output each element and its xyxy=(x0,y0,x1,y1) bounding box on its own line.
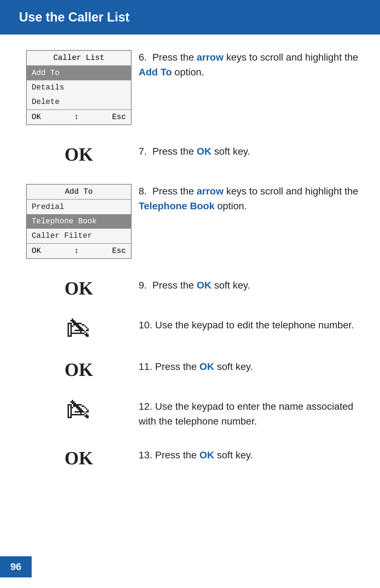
page-title: Use the Caller List xyxy=(19,10,129,24)
icon-col-11: OK xyxy=(19,358,139,380)
ok-icon-7: OK xyxy=(65,144,93,165)
icon-col-8: Add To Predial Telephone Book Caller Fil… xyxy=(19,182,139,259)
screen2-footer-arrow: ↕ xyxy=(74,247,79,255)
screen1-item-delete: Delete xyxy=(27,95,131,109)
instruction-row-6: Caller List Add To Details Delete OK ↕ E… xyxy=(19,49,361,125)
step-text-7: 7. Press the OK soft key. xyxy=(139,143,361,159)
page-header: Use the Caller List xyxy=(0,0,380,35)
screen1-item-addto: Add To xyxy=(27,66,131,80)
keyword-ok-7: OK xyxy=(197,146,211,157)
phone-screen-1: Caller List Add To Details Delete OK ↕ E… xyxy=(26,50,132,125)
step-number-13: 13. xyxy=(139,450,155,460)
step-number-12: 12. xyxy=(139,401,155,412)
keyword-ok-11: OK xyxy=(200,361,214,372)
instruction-row-12: 🖎 12. Use the keypad to enter the name a… xyxy=(19,398,361,429)
instruction-row-10: 🖎 10. Use the keypad to edit the telepho… xyxy=(19,316,361,340)
screen2-item-callerfilter: Caller Filter xyxy=(27,229,131,243)
step-number-6: 6. xyxy=(139,52,152,63)
screen2-item-telbook: Telephone Book xyxy=(27,214,131,229)
phone-screen-2: Add To Predial Telephone Book Caller Fil… xyxy=(26,184,132,259)
screen1-item-details: Details xyxy=(27,80,131,95)
icon-col-12: 🖎 xyxy=(19,398,139,422)
screen1-footer-ok: OK xyxy=(32,113,41,122)
screen2-footer-esc: Esc xyxy=(112,247,126,255)
icon-col-13: OK xyxy=(19,446,139,469)
screen1-footer: OK ↕ Esc xyxy=(27,110,131,124)
instruction-row-13: OK 13. Press the OK soft key. xyxy=(19,446,361,469)
ok-icon-11: OK xyxy=(65,359,93,380)
step-number-10: 10. xyxy=(139,320,155,330)
step-text-11: 11. Press the OK soft key. xyxy=(139,358,361,374)
icon-col-7: OK xyxy=(19,143,139,165)
keyword-arrow-6: arrow xyxy=(197,52,223,63)
keypad-icon-10: 🖎 xyxy=(68,318,90,340)
screen1-footer-arrow: ↕ xyxy=(74,113,79,122)
page-number: 96 xyxy=(0,556,32,577)
icon-col-9: OK xyxy=(19,277,139,299)
step-text-10: 10. Use the keypad to edit the telephone… xyxy=(139,316,361,333)
keyword-addto-6: Add To xyxy=(139,67,172,78)
screen1-title: Caller List xyxy=(27,51,131,66)
instruction-row-7: OK 7. Press the OK soft key. xyxy=(19,143,361,165)
step-number-9: 9. xyxy=(139,280,152,291)
step-number-8: 8. xyxy=(139,186,152,197)
keypad-icon-12: 🖎 xyxy=(68,399,90,422)
keyword-ok-9: OK xyxy=(197,280,211,291)
step-text-12: 12. Use the keypad to enter the name ass… xyxy=(139,398,361,429)
screen2-item-predial: Predial xyxy=(27,200,131,214)
ok-icon-9: OK xyxy=(65,278,93,299)
keyword-telbook-8: Telephone Book xyxy=(139,200,215,211)
screen2-footer: OK ↕ Esc xyxy=(27,243,131,258)
step-number-7: 7. xyxy=(139,146,152,157)
instruction-row-9: OK 9. Press the OK soft key. xyxy=(19,277,361,299)
icon-col-6: Caller List Add To Details Delete OK ↕ E… xyxy=(19,49,139,125)
keyword-ok-13: OK xyxy=(200,450,214,460)
ok-icon-13: OK xyxy=(65,448,93,469)
screen2-footer-ok: OK xyxy=(32,247,41,255)
instruction-row-8: Add To Predial Telephone Book Caller Fil… xyxy=(19,182,361,259)
screen1-footer-esc: Esc xyxy=(112,113,126,122)
instruction-row-11: OK 11. Press the OK soft key. xyxy=(19,358,361,380)
step-number-11: 11. xyxy=(139,361,155,372)
screen2-title: Add To xyxy=(27,185,131,199)
keyword-arrow-8: arrow xyxy=(197,186,223,197)
step-text-9: 9. Press the OK soft key. xyxy=(139,277,361,293)
step-text-13: 13. Press the OK soft key. xyxy=(139,446,361,463)
main-content: Caller List Add To Details Delete OK ↕ E… xyxy=(0,49,380,469)
icon-col-10: 🖎 xyxy=(19,316,139,340)
step-text-8: 8. Press the arrow keys to scroll and hi… xyxy=(139,182,361,213)
step-text-6: 6. Press the arrow keys to scroll and hi… xyxy=(139,49,361,80)
